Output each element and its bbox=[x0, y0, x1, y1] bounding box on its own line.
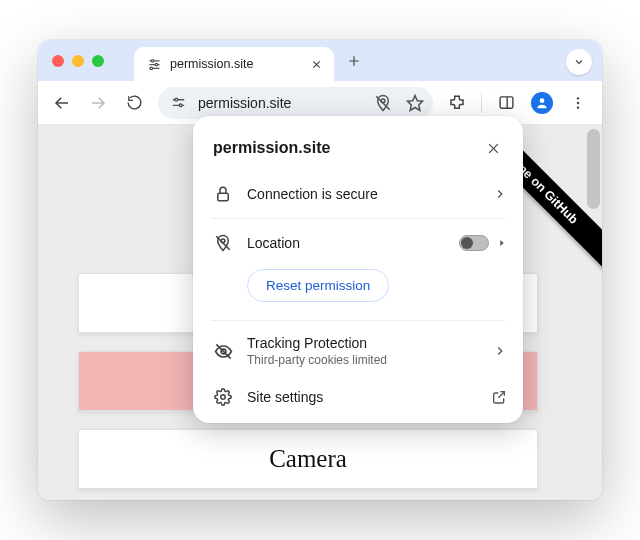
divider bbox=[211, 218, 505, 219]
svg-point-22 bbox=[577, 97, 579, 99]
new-tab-button[interactable] bbox=[340, 47, 368, 75]
close-popover-button[interactable] bbox=[479, 134, 507, 162]
chevron-right-icon bbox=[493, 344, 507, 358]
location-label: Location bbox=[247, 235, 445, 251]
svg-point-15 bbox=[179, 104, 182, 107]
tracking-label: Tracking Protection bbox=[247, 335, 479, 351]
location-toggle[interactable] bbox=[459, 235, 489, 251]
tracking-sublabel: Third-party cookies limited bbox=[247, 353, 479, 367]
svg-point-33 bbox=[221, 395, 226, 400]
window-controls bbox=[48, 55, 104, 67]
camera-button[interactable]: Camera bbox=[78, 429, 538, 489]
location-off-icon bbox=[213, 233, 233, 253]
tune-icon bbox=[146, 56, 162, 72]
reset-permission-button[interactable]: Reset permission bbox=[247, 269, 389, 302]
profile-button[interactable] bbox=[526, 87, 558, 119]
close-window-button[interactable] bbox=[52, 55, 64, 67]
tab-strip: permission.site bbox=[38, 40, 602, 81]
browser-window: permission.site bbox=[38, 40, 602, 500]
external-link-icon bbox=[491, 389, 507, 405]
connection-row[interactable]: Connection is secure bbox=[193, 174, 523, 214]
toolbar-separator bbox=[481, 93, 482, 113]
bookmark-button[interactable] bbox=[403, 91, 427, 115]
forward-button[interactable] bbox=[82, 87, 114, 119]
side-panel-button[interactable] bbox=[490, 87, 522, 119]
gear-icon bbox=[213, 387, 233, 407]
eye-off-icon bbox=[213, 341, 233, 361]
svg-point-3 bbox=[155, 63, 158, 66]
close-tab-button[interactable] bbox=[308, 56, 324, 72]
svg-rect-27 bbox=[218, 193, 229, 201]
chevron-right-icon bbox=[493, 187, 507, 201]
maximize-window-button[interactable] bbox=[92, 55, 104, 67]
tab-title: permission.site bbox=[170, 57, 308, 71]
expand-arrow-icon[interactable] bbox=[497, 238, 507, 248]
connection-label: Connection is secure bbox=[247, 186, 479, 202]
divider bbox=[211, 320, 505, 321]
location-permission-row: Location bbox=[193, 223, 523, 263]
vertical-scrollbar[interactable] bbox=[587, 129, 600, 209]
svg-point-23 bbox=[577, 101, 579, 103]
lock-icon bbox=[213, 184, 233, 204]
site-info-popover: permission.site Connection is secure Loc… bbox=[193, 116, 523, 423]
url-text: permission.site bbox=[198, 95, 363, 111]
kebab-menu-button[interactable] bbox=[562, 87, 594, 119]
svg-point-5 bbox=[150, 67, 153, 70]
svg-marker-30 bbox=[500, 240, 503, 246]
tracking-protection-row[interactable]: Tracking Protection Third-party cookies … bbox=[193, 325, 523, 377]
browser-tab[interactable]: permission.site bbox=[134, 47, 334, 81]
svg-point-21 bbox=[540, 98, 545, 103]
svg-point-24 bbox=[577, 106, 579, 108]
svg-point-13 bbox=[174, 98, 177, 101]
reload-button[interactable] bbox=[118, 87, 150, 119]
svg-line-34 bbox=[498, 392, 504, 398]
tab-search-button[interactable] bbox=[566, 49, 592, 75]
site-settings-label: Site settings bbox=[247, 389, 477, 405]
extensions-button[interactable] bbox=[441, 87, 473, 119]
minimize-window-button[interactable] bbox=[72, 55, 84, 67]
svg-marker-18 bbox=[408, 95, 423, 110]
site-info-button[interactable] bbox=[166, 91, 190, 115]
back-button[interactable] bbox=[46, 87, 78, 119]
popover-site-name: permission.site bbox=[213, 139, 479, 157]
site-settings-row[interactable]: Site settings bbox=[193, 377, 523, 417]
svg-point-1 bbox=[151, 59, 154, 62]
location-blocked-icon[interactable] bbox=[371, 91, 395, 115]
address-bar[interactable]: permission.site bbox=[158, 87, 433, 119]
